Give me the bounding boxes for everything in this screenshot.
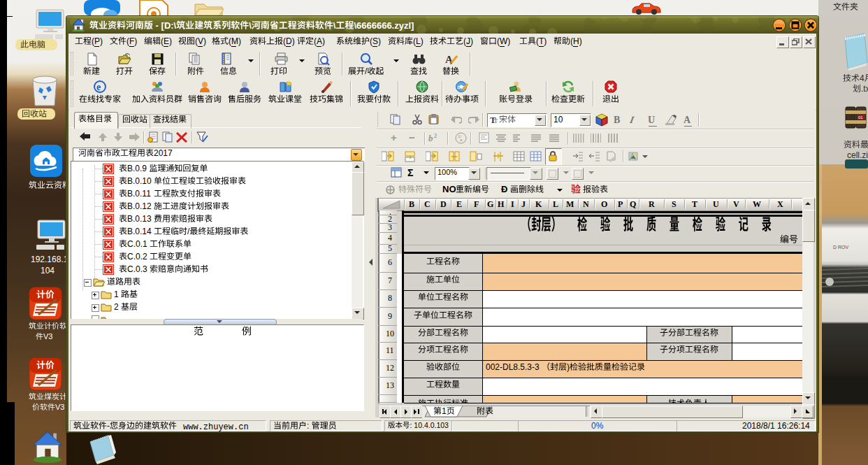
svg-text:2: 2 (434, 133, 437, 139)
svg-text:): ) (567, 362, 570, 372)
svg-text:−: − (409, 131, 415, 143)
svg-text:+: + (391, 131, 397, 143)
svg-text:(H): (H) (570, 36, 582, 46)
svg-text:(M): (M) (229, 36, 241, 46)
svg-text:Q: Q (630, 199, 636, 209)
svg-text:104: 104 (41, 266, 55, 276)
svg-text:U: U (648, 115, 655, 125)
svg-text:(V): (V) (195, 36, 206, 46)
svg-text:B.0.11: B.0.11 (127, 189, 153, 199)
svg-text:b: b (428, 133, 433, 143)
svg-text:K: K (535, 199, 542, 209)
svg-text:C: C (424, 199, 431, 209)
svg-text:Σ: Σ (407, 167, 413, 178)
svg-text:- [D:\: - [D:\ (153, 20, 177, 31)
svg-text:I: I (630, 115, 635, 124)
svg-text:R: R (649, 199, 655, 209)
svg-text:(S): (S) (370, 36, 381, 46)
svg-text:V: V (733, 199, 739, 209)
svg-text:1: 1 (114, 289, 121, 299)
svg-text:cell.zi: cell.zi (847, 150, 868, 160)
svg-text:002-DL8.5.3-3: 002-DL8.5.3-3 (486, 362, 542, 372)
svg-text:X: X (777, 199, 783, 209)
svg-text:8: 8 (388, 293, 392, 303)
svg-text:1: 1 (442, 406, 447, 416)
svg-text:N: N (583, 199, 589, 209)
svg-text:a: a (460, 138, 463, 142)
svg-text:D ROV: D ROV (833, 245, 849, 250)
svg-text:G: G (487, 199, 493, 209)
svg-text:L: L (553, 199, 558, 209)
svg-text:5: 5 (388, 243, 392, 253)
svg-text:0%: 0% (591, 421, 604, 431)
svg-text:6: 6 (388, 257, 392, 267)
svg-text:J: J (521, 199, 526, 209)
svg-text:B.0.13: B.0.13 (127, 214, 154, 224)
svg-text:\6666666.zyzl]: \6666666.zyzl] (354, 20, 414, 31)
svg-text:C.0.1: C.0.1 (127, 239, 150, 249)
svg-text:\: \ (333, 20, 336, 31)
svg-text:12: 12 (386, 363, 394, 373)
svg-text:\: \ (249, 20, 252, 31)
svg-text:-: - (107, 421, 110, 431)
svg-text:/: / (187, 227, 190, 236)
svg-text:Đ: Đ (501, 184, 507, 194)
svg-text:(J): (J) (463, 36, 473, 46)
svg-text:: 10.4.0.103: : 10.4.0.103 (410, 421, 449, 429)
svg-text:B.0.9: B.0.9 (127, 164, 149, 173)
svg-text:4: 4 (388, 233, 392, 243)
svg-text:D: D (440, 199, 447, 209)
svg-text::: : (307, 421, 312, 431)
svg-text:100%: 100% (437, 168, 457, 176)
svg-text:A: A (683, 115, 691, 125)
svg-text:V3: V3 (55, 403, 64, 411)
svg-text:C.0.3: C.0.3 (127, 264, 150, 274)
svg-text:E: E (456, 199, 462, 209)
svg-text:(P): (P) (92, 36, 103, 46)
svg-text:H: H (498, 199, 505, 209)
svg-text:(D): (D) (283, 36, 295, 46)
svg-text:3: 3 (388, 222, 392, 232)
svg-text:01: 01 (858, 115, 863, 120)
svg-text:13: 13 (386, 380, 394, 390)
svg-text:B.0.12: B.0.12 (127, 201, 154, 211)
svg-text:www.zhuyew.cn: www.zhuyew.cn (183, 422, 249, 432)
svg-text:B: B (614, 115, 620, 125)
svg-text:2017: 2017 (154, 148, 173, 158)
svg-text:I: I (511, 199, 514, 209)
svg-text:V3: V3 (43, 332, 52, 341)
svg-text:/: / (365, 66, 368, 76)
svg-text:W: W (753, 199, 761, 209)
svg-text:(W): (W) (497, 36, 510, 46)
svg-text:(L): (L) (413, 36, 424, 46)
svg-text:.tx: .tx (861, 84, 868, 94)
svg-text:(A): (A) (314, 36, 325, 46)
svg-text:C.0.2: C.0.2 (127, 252, 150, 262)
svg-text:11: 11 (386, 345, 394, 355)
svg-text:2018/8/1 16:26:14: 2018/8/1 16:26:14 (742, 421, 810, 431)
svg-text:10: 10 (554, 115, 563, 124)
svg-text:(F): (F) (126, 36, 137, 46)
svg-text:T: T (494, 118, 498, 124)
svg-text:9: 9 (388, 311, 392, 321)
svg-text:(E): (E) (161, 36, 172, 46)
svg-text:10: 10 (386, 329, 394, 338)
svg-text:O: O (601, 199, 607, 209)
svg-text:e: e (96, 82, 101, 92)
svg-text:P: P (618, 199, 623, 209)
svg-text:(T): (T) (536, 36, 547, 46)
svg-text:B.0.14: B.0.14 (127, 227, 154, 236)
svg-text:F: F (474, 199, 479, 209)
svg-text:7: 7 (388, 276, 392, 285)
svg-text:B: B (409, 199, 414, 209)
svg-text:M: M (566, 199, 574, 209)
svg-text:2: 2 (114, 302, 121, 312)
svg-text:T: T (692, 199, 697, 209)
svg-text:S: S (672, 199, 677, 209)
svg-text:4: 4 (860, 73, 865, 83)
svg-text:U: U (713, 199, 719, 209)
svg-text:B.0.10: B.0.10 (127, 176, 154, 186)
svg-text:NO: NO (442, 184, 456, 194)
